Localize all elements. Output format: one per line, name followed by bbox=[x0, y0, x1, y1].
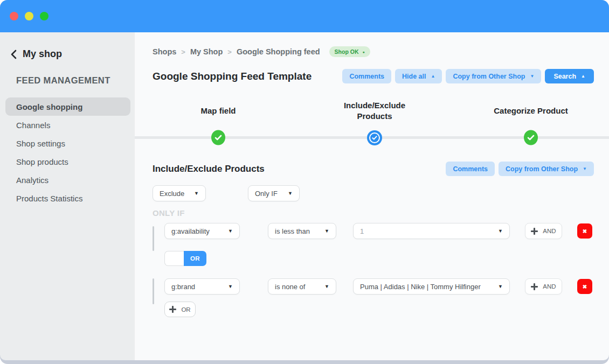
step-done-check-icon[interactable] bbox=[523, 130, 538, 148]
chevron-down-icon: ▼ bbox=[530, 74, 534, 79]
sidebar-item-google-shopping[interactable]: Google shopping bbox=[5, 97, 130, 116]
operator-select[interactable]: is less than ▼ bbox=[268, 223, 336, 239]
hide-all-button-label: Hide all bbox=[402, 73, 426, 80]
chevron-down-icon: ▼ bbox=[228, 284, 233, 289]
condition-group: g:availability ▼ is less than ▼ 1 ▼ AND bbox=[153, 223, 594, 317]
chevron-down-icon: ▼ bbox=[498, 284, 503, 289]
value-select-value: Puma | Adidas | Nike | Tommy Hilfinger bbox=[360, 283, 481, 291]
field-select-value: g:availability bbox=[171, 227, 210, 235]
back-to-shop-button[interactable]: My shop bbox=[0, 48, 135, 60]
sidebar-section-title: FEED MANAGEMENT bbox=[16, 75, 135, 86]
sidebar-item-analytics[interactable]: Analytics bbox=[0, 171, 135, 189]
plus-icon bbox=[169, 306, 176, 313]
chevron-up-icon: ▲ bbox=[431, 74, 435, 79]
titlebar bbox=[0, 0, 609, 32]
section-comments-button[interactable]: Comments bbox=[446, 162, 495, 176]
status-dot-icon: ● bbox=[363, 50, 365, 54]
comments-button-label: Comments bbox=[349, 73, 384, 80]
delete-condition-button[interactable]: ✖ bbox=[577, 279, 592, 294]
chevron-left-icon bbox=[11, 50, 17, 59]
chevron-down-icon: ▼ bbox=[583, 167, 587, 171]
chevron-down-icon: ▼ bbox=[288, 191, 293, 196]
step-done-check-icon[interactable] bbox=[211, 130, 226, 148]
condition-row: g:brand ▼ is none of ▼ Puma | Adidas | N… bbox=[164, 278, 594, 295]
feed-stepper: Map field Include/Exclude Products Categ… bbox=[135, 95, 609, 152]
chevron-up-icon: ▲ bbox=[581, 74, 585, 79]
chevron-down-icon: ▼ bbox=[498, 228, 503, 234]
chevron-down-icon: ▼ bbox=[194, 191, 199, 196]
condition-group-bar bbox=[153, 278, 154, 304]
value-select[interactable]: Puma | Adidas | Nike | Tommy Hilfinger ▼ bbox=[353, 278, 510, 295]
condition-type-value: Only IF bbox=[255, 190, 278, 198]
operator-select-value: is less than bbox=[275, 227, 310, 235]
copy-button-label: Copy from Other Shop bbox=[453, 73, 525, 80]
or-toggle-on-segment: OR bbox=[184, 251, 206, 266]
value-select[interactable]: 1 ▼ bbox=[353, 223, 510, 239]
step-label-map-field: Map field bbox=[172, 99, 264, 123]
sidebar: My shop FEED MANAGEMENT Google shopping … bbox=[0, 32, 135, 360]
sidebar-item-channels[interactable]: Channels bbox=[0, 116, 135, 134]
shop-name-label: My shop bbox=[23, 48, 62, 60]
and-button-label: AND bbox=[543, 283, 556, 290]
section-title: Include/Exclude Products bbox=[153, 164, 265, 174]
field-select[interactable]: g:brand ▼ bbox=[164, 278, 240, 295]
condition-group-bar bbox=[153, 226, 154, 251]
hide-all-button[interactable]: Hide all ▲ bbox=[395, 69, 442, 83]
or-toggle-row: OR bbox=[164, 251, 594, 266]
add-and-condition-button[interactable]: AND bbox=[525, 278, 562, 295]
condition-type-select[interactable]: Only IF ▼ bbox=[248, 185, 300, 201]
sidebar-item-products-statistics[interactable]: Products Statistics bbox=[0, 189, 135, 207]
step-label-categorize: Categorize Product bbox=[485, 99, 577, 123]
or-toggle[interactable]: OR bbox=[164, 251, 206, 266]
app-body: My shop FEED MANAGEMENT Google shopping … bbox=[0, 32, 609, 360]
breadcrumb-separator: > bbox=[181, 48, 185, 56]
breadcrumb: Shops > My Shop > Google Shopping feed S… bbox=[153, 46, 594, 57]
field-select[interactable]: g:availability ▼ bbox=[164, 223, 240, 239]
page-title: Google Shopping Feed Template bbox=[153, 71, 312, 82]
search-button[interactable]: Search ▲ bbox=[545, 69, 594, 83]
shop-status-text: Shop OK bbox=[335, 48, 359, 55]
chevron-down-icon: ▼ bbox=[228, 228, 233, 234]
operator-select-value: is none of bbox=[275, 283, 305, 291]
field-select-value: g:brand bbox=[171, 283, 195, 291]
or-button-label: OR bbox=[181, 306, 190, 313]
add-or-condition-button[interactable]: OR bbox=[164, 302, 196, 317]
operator-select[interactable]: is none of ▼ bbox=[268, 278, 336, 295]
breadcrumb-google-shopping-feed[interactable]: Google Shopping feed bbox=[237, 47, 320, 56]
minimize-window-button[interactable] bbox=[25, 12, 33, 20]
sidebar-item-shop-products[interactable]: Shop products bbox=[0, 152, 135, 171]
breadcrumb-shops[interactable]: Shops bbox=[153, 47, 176, 56]
condition-row: g:availability ▼ is less than ▼ 1 ▼ AND bbox=[164, 223, 594, 239]
page-header: Google Shopping Feed Template Comments H… bbox=[153, 69, 594, 83]
section-copy-label: Copy from Other Shop bbox=[506, 165, 578, 173]
add-or-row: OR bbox=[164, 302, 594, 317]
breadcrumb-my-shop[interactable]: My Shop bbox=[190, 47, 223, 56]
section-comments-label: Comments bbox=[453, 165, 488, 173]
shop-status-badge: Shop OK ● bbox=[329, 46, 370, 57]
and-button-label: AND bbox=[543, 228, 556, 234]
window-controls bbox=[10, 12, 49, 20]
app-window: My shop FEED MANAGEMENT Google shopping … bbox=[0, 0, 609, 364]
or-toggle-off-segment bbox=[164, 251, 184, 266]
add-and-condition-button[interactable]: AND bbox=[525, 223, 562, 239]
copy-from-other-shop-button[interactable]: Copy from Other Shop ▼ bbox=[446, 69, 541, 83]
sidebar-item-shop-settings[interactable]: Shop settings bbox=[0, 134, 135, 152]
section-actions: Comments Copy from Other Shop ▼ bbox=[446, 162, 594, 176]
comments-button[interactable]: Comments bbox=[342, 69, 391, 83]
header-actions: Comments Hide all ▲ Copy from Other Shop… bbox=[342, 69, 594, 83]
condition-group-label: ONLY IF bbox=[153, 208, 594, 218]
close-icon: ✖ bbox=[583, 284, 587, 290]
section-copy-from-other-shop-button[interactable]: Copy from Other Shop ▼ bbox=[499, 162, 594, 176]
mode-select[interactable]: Exclude ▼ bbox=[153, 185, 206, 201]
section-header: Include/Exclude Products Comments Copy f… bbox=[153, 162, 594, 176]
plus-icon bbox=[531, 228, 538, 235]
close-icon: ✖ bbox=[583, 228, 587, 234]
step-active-check-icon[interactable] bbox=[366, 130, 383, 148]
chevron-down-icon: ▼ bbox=[324, 284, 329, 289]
delete-condition-button[interactable]: ✖ bbox=[577, 223, 592, 239]
filter-row: Exclude ▼ Only IF ▼ bbox=[153, 185, 594, 201]
maximize-window-button[interactable] bbox=[40, 12, 49, 20]
close-window-button[interactable] bbox=[10, 12, 18, 20]
search-button-label: Search bbox=[553, 73, 576, 80]
value-select-value: 1 bbox=[360, 227, 364, 235]
